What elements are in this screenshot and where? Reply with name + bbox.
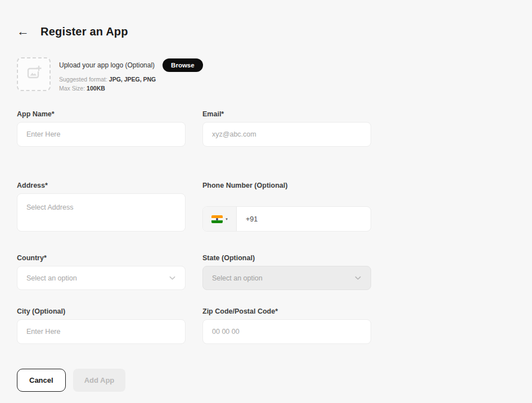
phone-input[interactable]: [237, 207, 371, 231]
upload-info: Upload your app logo (Optional) Browse S…: [59, 57, 203, 92]
max-size-value: 100KB: [87, 85, 105, 92]
form-row-2: Address* Phone Number (Optional) ▾: [17, 182, 388, 232]
zip-field-group: Zip Code/Postal Code*: [202, 307, 371, 344]
back-button[interactable]: ←: [17, 24, 34, 39]
form-row-1: App Name* Email*: [17, 110, 388, 147]
page-title: Register an App: [40, 25, 128, 38]
max-size-line: Max Size:100KB: [59, 85, 203, 92]
address-input[interactable]: [17, 193, 186, 232]
add-app-button[interactable]: Add App: [73, 369, 126, 392]
country-label: Country*: [17, 254, 186, 262]
india-flag-icon: [211, 215, 223, 223]
page-header: ← Register an App: [17, 24, 388, 39]
country-select-value: Select an option: [26, 274, 77, 282]
country-code-selector[interactable]: ▾: [203, 207, 237, 231]
zip-label: Zip Code/Postal Code*: [202, 307, 371, 315]
form-row-4: City (Optional) Zip Code/Postal Code*: [17, 307, 388, 344]
country-field-group: Country* Select an option: [17, 254, 186, 290]
address-label: Address*: [17, 182, 186, 189]
state-select-value: Select an option: [212, 274, 263, 282]
app-name-label: App Name*: [17, 110, 186, 118]
form-row-3: Country* Select an option State (Optiona…: [17, 254, 388, 290]
upload-logo-section: Upload your app logo (Optional) Browse S…: [17, 57, 388, 92]
chevron-down-icon: [354, 274, 362, 282]
max-size-label: Max Size:: [59, 85, 85, 92]
email-input[interactable]: [202, 122, 371, 147]
address-field-group: Address*: [17, 182, 186, 232]
email-label: Email*: [202, 110, 371, 118]
register-app-page: ← Register an App Upload your app logo (…: [0, 0, 388, 392]
city-label: City (Optional): [17, 307, 186, 315]
zip-input[interactable]: [202, 319, 371, 344]
phone-control: ▾: [202, 206, 371, 232]
logo-dropzone[interactable]: [17, 57, 51, 91]
app-name-input[interactable]: [17, 122, 186, 147]
email-field-group: Email*: [202, 110, 371, 147]
upload-logo-label: Upload your app logo (Optional): [59, 61, 155, 69]
image-plus-icon: [25, 64, 43, 84]
arrow-left-icon: ←: [17, 24, 29, 38]
state-select: Select an option: [202, 266, 371, 290]
city-input[interactable]: [17, 319, 186, 344]
suggested-format-line: Suggested format:JPG, JPEG, PNG: [59, 76, 203, 83]
suggested-format-label: Suggested format:: [59, 76, 107, 83]
country-select[interactable]: Select an option: [17, 266, 186, 290]
browse-button[interactable]: Browse: [163, 58, 203, 72]
caret-down-icon: ▾: [226, 217, 228, 221]
form-actions: Cancel Add App: [17, 369, 388, 392]
app-name-field-group: App Name*: [17, 110, 186, 147]
suggested-format-value: JPG, JPEG, PNG: [109, 76, 156, 83]
state-field-group: State (Optional) Select an option: [202, 254, 371, 290]
chevron-down-icon: [169, 274, 176, 282]
phone-field-group: Phone Number (Optional) ▾: [202, 182, 371, 232]
state-label: State (Optional): [202, 254, 371, 262]
cancel-button[interactable]: Cancel: [17, 369, 66, 392]
city-field-group: City (Optional): [17, 307, 186, 344]
phone-label: Phone Number (Optional): [202, 182, 371, 189]
